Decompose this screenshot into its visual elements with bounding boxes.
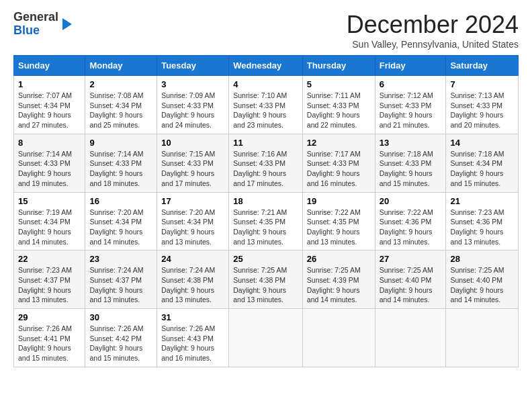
calendar-table: SundayMondayTuesdayWednesdayThursdayFrid…	[13, 55, 519, 367]
day-number: 28	[450, 254, 514, 264]
day-number: 15	[18, 196, 81, 206]
day-number: 6	[380, 79, 442, 89]
day-number: 24	[161, 254, 224, 264]
day-number: 3	[161, 79, 224, 89]
month-title: December 2024	[347, 11, 519, 39]
calendar-cell: 4Sunrise: 7:10 AMSunset: 4:33 PMDaylight…	[229, 76, 303, 134]
calendar-cell: 24Sunrise: 7:24 AMSunset: 4:38 PMDayligh…	[157, 250, 229, 309]
day-number: 2	[89, 79, 152, 89]
day-info: Sunrise: 7:19 AMSunset: 4:34 PMDaylight:…	[18, 208, 81, 247]
calendar-cell: 17Sunrise: 7:20 AMSunset: 4:34 PMDayligh…	[157, 192, 229, 250]
day-number: 9	[89, 138, 152, 148]
day-info: Sunrise: 7:11 AMSunset: 4:33 PMDaylight:…	[307, 91, 371, 130]
calendar-cell: 3Sunrise: 7:09 AMSunset: 4:33 PMDaylight…	[157, 76, 229, 134]
day-info: Sunrise: 7:16 AMSunset: 4:33 PMDaylight:…	[233, 149, 298, 189]
day-info: Sunrise: 7:24 AMSunset: 4:37 PMDaylight:…	[89, 265, 152, 305]
calendar-cell	[302, 309, 375, 367]
day-info: Sunrise: 7:10 AMSunset: 4:33 PMDaylight:…	[233, 91, 298, 130]
day-number: 17	[161, 196, 224, 206]
calendar-cell: 22Sunrise: 7:23 AMSunset: 4:37 PMDayligh…	[14, 250, 85, 309]
calendar-week-row: 22Sunrise: 7:23 AMSunset: 4:37 PMDayligh…	[14, 250, 519, 309]
day-number: 27	[380, 254, 442, 264]
calendar-cell	[229, 309, 303, 367]
day-info: Sunrise: 7:25 AMSunset: 4:40 PMDaylight:…	[450, 265, 514, 305]
weekday-header: Wednesday	[229, 56, 303, 76]
calendar-week-row: 8Sunrise: 7:14 AMSunset: 4:33 PMDaylight…	[14, 134, 519, 192]
calendar-cell: 20Sunrise: 7:22 AMSunset: 4:36 PMDayligh…	[375, 192, 446, 250]
day-info: Sunrise: 7:21 AMSunset: 4:35 PMDaylight:…	[233, 208, 298, 247]
weekday-header: Friday	[375, 56, 446, 76]
day-number: 29	[18, 312, 81, 322]
day-info: Sunrise: 7:20 AMSunset: 4:34 PMDaylight:…	[89, 208, 152, 247]
weekday-header: Saturday	[446, 56, 519, 76]
calendar-cell: 29Sunrise: 7:26 AMSunset: 4:41 PMDayligh…	[14, 309, 85, 367]
logo: General Blue	[13, 11, 72, 38]
logo-text: General Blue	[13, 11, 58, 38]
calendar-cell: 7Sunrise: 7:13 AMSunset: 4:33 PMDaylight…	[446, 76, 519, 134]
day-number: 5	[307, 79, 371, 89]
calendar-cell	[375, 309, 446, 367]
day-info: Sunrise: 7:07 AMSunset: 4:34 PMDaylight:…	[18, 91, 81, 130]
day-number: 18	[233, 196, 298, 206]
logo-arrow-icon	[62, 18, 72, 30]
day-info: Sunrise: 7:17 AMSunset: 4:33 PMDaylight:…	[307, 149, 371, 189]
day-number: 21	[450, 196, 514, 206]
title-area: December 2024 Sun Valley, Pennsylvania, …	[347, 11, 519, 50]
day-number: 30	[89, 312, 152, 322]
day-info: Sunrise: 7:22 AMSunset: 4:36 PMDaylight:…	[380, 208, 442, 247]
day-number: 23	[89, 254, 152, 264]
day-info: Sunrise: 7:18 AMSunset: 4:34 PMDaylight:…	[450, 149, 514, 189]
day-number: 26	[307, 254, 371, 264]
weekday-header: Thursday	[302, 56, 375, 76]
calendar-cell: 11Sunrise: 7:16 AMSunset: 4:33 PMDayligh…	[229, 134, 303, 192]
day-info: Sunrise: 7:25 AMSunset: 4:40 PMDaylight:…	[380, 265, 442, 305]
day-info: Sunrise: 7:12 AMSunset: 4:33 PMDaylight:…	[380, 91, 442, 130]
calendar-cell: 1Sunrise: 7:07 AMSunset: 4:34 PMDaylight…	[14, 76, 85, 134]
day-info: Sunrise: 7:23 AMSunset: 4:36 PMDaylight:…	[450, 208, 514, 247]
day-info: Sunrise: 7:22 AMSunset: 4:35 PMDaylight:…	[307, 208, 371, 247]
day-number: 16	[89, 196, 152, 206]
calendar-cell: 6Sunrise: 7:12 AMSunset: 4:33 PMDaylight…	[375, 76, 446, 134]
day-info: Sunrise: 7:18 AMSunset: 4:33 PMDaylight:…	[380, 149, 442, 189]
day-info: Sunrise: 7:26 AMSunset: 4:43 PMDaylight:…	[161, 324, 224, 363]
calendar-week-row: 1Sunrise: 7:07 AMSunset: 4:34 PMDaylight…	[14, 76, 519, 134]
calendar-cell: 5Sunrise: 7:11 AMSunset: 4:33 PMDaylight…	[302, 76, 375, 134]
day-number: 4	[233, 79, 298, 89]
calendar-cell: 10Sunrise: 7:15 AMSunset: 4:33 PMDayligh…	[157, 134, 229, 192]
calendar-cell: 12Sunrise: 7:17 AMSunset: 4:33 PMDayligh…	[302, 134, 375, 192]
calendar-cell: 13Sunrise: 7:18 AMSunset: 4:33 PMDayligh…	[375, 134, 446, 192]
day-number: 14	[450, 138, 514, 148]
calendar-cell: 26Sunrise: 7:25 AMSunset: 4:39 PMDayligh…	[302, 250, 375, 309]
calendar-cell: 16Sunrise: 7:20 AMSunset: 4:34 PMDayligh…	[85, 192, 157, 250]
day-info: Sunrise: 7:13 AMSunset: 4:33 PMDaylight:…	[450, 91, 514, 130]
calendar-header: SundayMondayTuesdayWednesdayThursdayFrid…	[14, 56, 519, 76]
calendar-cell: 30Sunrise: 7:26 AMSunset: 4:42 PMDayligh…	[85, 309, 157, 367]
day-info: Sunrise: 7:14 AMSunset: 4:33 PMDaylight:…	[18, 149, 81, 189]
day-info: Sunrise: 7:24 AMSunset: 4:38 PMDaylight:…	[161, 265, 224, 305]
calendar-cell: 19Sunrise: 7:22 AMSunset: 4:35 PMDayligh…	[302, 192, 375, 250]
day-number: 10	[161, 138, 224, 148]
calendar-cell: 9Sunrise: 7:14 AMSunset: 4:33 PMDaylight…	[85, 134, 157, 192]
day-info: Sunrise: 7:25 AMSunset: 4:39 PMDaylight:…	[307, 265, 371, 305]
weekday-header: Sunday	[14, 56, 85, 76]
day-number: 20	[380, 196, 442, 206]
day-info: Sunrise: 7:26 AMSunset: 4:41 PMDaylight:…	[18, 324, 81, 363]
day-number: 13	[380, 138, 442, 148]
day-info: Sunrise: 7:25 AMSunset: 4:38 PMDaylight:…	[233, 265, 298, 305]
calendar-cell: 8Sunrise: 7:14 AMSunset: 4:33 PMDaylight…	[14, 134, 85, 192]
day-number: 22	[18, 254, 81, 264]
calendar-cell: 25Sunrise: 7:25 AMSunset: 4:38 PMDayligh…	[229, 250, 303, 309]
day-info: Sunrise: 7:15 AMSunset: 4:33 PMDaylight:…	[161, 149, 224, 189]
day-number: 25	[233, 254, 298, 264]
day-number: 19	[307, 196, 371, 206]
calendar-week-row: 15Sunrise: 7:19 AMSunset: 4:34 PMDayligh…	[14, 192, 519, 250]
location: Sun Valley, Pennsylvania, United States	[347, 39, 519, 50]
day-number: 1	[18, 79, 81, 89]
calendar-cell: 14Sunrise: 7:18 AMSunset: 4:34 PMDayligh…	[446, 134, 519, 192]
calendar-cell: 27Sunrise: 7:25 AMSunset: 4:40 PMDayligh…	[375, 250, 446, 309]
calendar-cell: 31Sunrise: 7:26 AMSunset: 4:43 PMDayligh…	[157, 309, 229, 367]
day-info: Sunrise: 7:09 AMSunset: 4:33 PMDaylight:…	[161, 91, 224, 130]
day-info: Sunrise: 7:23 AMSunset: 4:37 PMDaylight:…	[18, 265, 81, 305]
day-number: 12	[307, 138, 371, 148]
calendar-body: 1Sunrise: 7:07 AMSunset: 4:34 PMDaylight…	[14, 76, 519, 367]
